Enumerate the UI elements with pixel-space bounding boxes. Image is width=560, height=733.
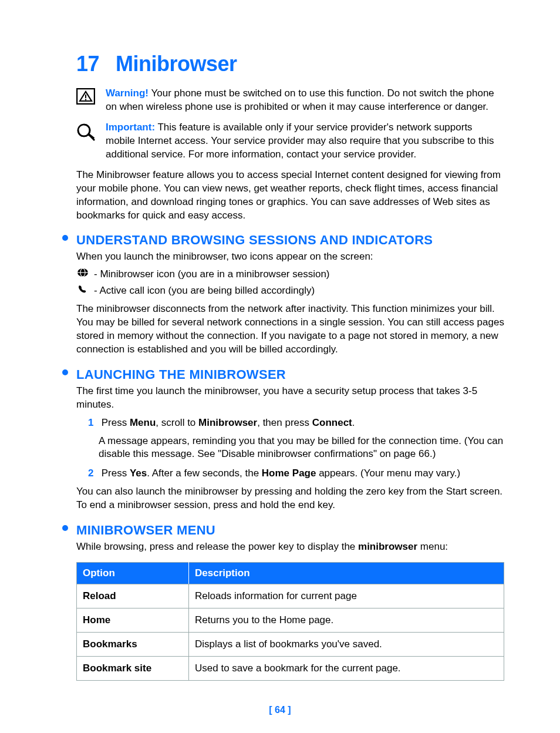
svg-point-2 [85,99,86,100]
step-2: 2 Press Yes. After a few seconds, the Ho… [88,467,504,480]
table-row: Bookmark site Used to save a bookmark fo… [77,657,504,681]
warning-label: Warning! [106,88,149,99]
col-option: Option [77,563,189,584]
important-icon [76,121,106,142]
chapter-number: 17 [76,52,99,76]
page-number: [ 64 ] [0,705,560,715]
table-row: Bookmarks Displays a list of bookmarks y… [77,633,504,657]
warning-note: Warning! Your phone must be switched on … [76,87,504,114]
minibrowser-icon-line: - Minibrowser icon (you are in a minibro… [76,267,504,281]
document-page: 17Minibrowser Warning! Your phone must b… [0,0,560,733]
chapter-name: Minibrowser [116,52,237,76]
minibrowser-menu-table: Option Description Reload Reloads inform… [76,562,504,681]
minibrowser-icon [76,267,89,281]
intro-paragraph: The Minibrowser feature allows you to ac… [76,169,504,223]
section-heading-menu: MINIBROWSER MENU [76,523,504,538]
section2-trail: You can also launch the minibrowser by p… [76,485,504,512]
important-label: Important: [106,122,155,133]
section-heading-launching: LAUNCHING THE MINIBROWSER [76,367,504,382]
warning-icon [76,87,106,105]
active-call-icon-line: - Active call icon (you are being billed… [76,284,504,298]
active-call-icon [76,284,89,298]
warning-text: Warning! Your phone must be switched on … [106,87,504,114]
col-description: Description [189,563,504,584]
bullet-icon [62,369,68,375]
important-text: Important: This feature is available onl… [106,121,504,162]
chapter-title: 17Minibrowser [76,52,504,76]
section3-lead: While browsing, press and release the po… [76,540,504,554]
bullet-icon [62,525,68,531]
important-note: Important: This feature is available onl… [76,121,504,162]
bullet-icon [62,235,68,241]
section2-lead: The first time you launch the minibrowse… [76,385,504,412]
section1-para: The minibrowser disconnects from the net… [76,302,504,357]
table-row: Reload Reloads information for current p… [77,584,504,608]
table-row: Home Returns you to the Home page. [77,608,504,633]
table-header-row: Option Description [77,563,504,584]
section1-lead: When you launch the minibrowser, two ico… [76,250,504,264]
step-1: 1 Press Menu, scroll to Minibrowser, the… [88,416,504,430]
step-1-sub: A message appears, reminding you that yo… [99,435,504,462]
section-heading-understand: UNDERSTAND BROWSING SESSIONS AND INDICAT… [76,233,504,248]
